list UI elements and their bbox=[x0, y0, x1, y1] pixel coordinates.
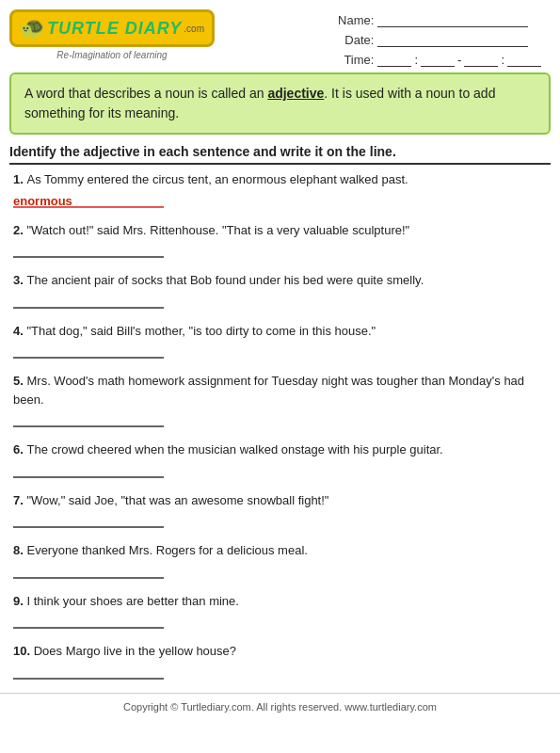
question-number-6: 6. bbox=[13, 442, 26, 457]
date-line[interactable] bbox=[377, 34, 528, 47]
question-text-5: 5. Mrs. Wood's math homework assignment … bbox=[13, 372, 547, 409]
question-number-5: 5. bbox=[13, 374, 26, 388]
question-8: 8. Everyone thanked Mrs. Rogers for a de… bbox=[13, 541, 547, 579]
answer-line-9[interactable] bbox=[13, 614, 164, 629]
time-row: Time: : - : bbox=[336, 53, 541, 67]
answer-line-2[interactable] bbox=[13, 243, 164, 258]
logo-area: 🐢 TURTLE DIARY .com Re-Imagination of le… bbox=[9, 9, 215, 60]
answer-line-10[interactable] bbox=[13, 665, 164, 680]
date-label: Date: bbox=[336, 33, 374, 47]
question-text-7: 7. "Wow," said Joe, "that was an awesome… bbox=[13, 491, 547, 510]
header: 🐢 TURTLE DIARY .com Re-Imagination of le… bbox=[0, 0, 560, 72]
definition-box: A word that describes a noun is called a… bbox=[9, 72, 551, 135]
instructions: Identify the adjective in each sentence … bbox=[9, 144, 551, 165]
question-text-8: 8. Everyone thanked Mrs. Rogers for a de… bbox=[13, 541, 547, 560]
question-1: 1. As Tommy entered the circus tent, an … bbox=[13, 170, 547, 208]
time-label: Time: bbox=[336, 53, 374, 67]
question-number-8: 8. bbox=[13, 543, 26, 557]
answer-line-8[interactable] bbox=[13, 564, 164, 579]
question-9: 9. I think your shoes are better than mi… bbox=[13, 592, 547, 630]
answer-line-7[interactable] bbox=[13, 513, 164, 528]
footer: Copyright © Turtlediary.com. All rights … bbox=[0, 693, 560, 720]
turtle-icon: 🐢 bbox=[20, 16, 45, 40]
question-text-2: 2. "Watch out!" said Mrs. Rittenhouse. "… bbox=[13, 221, 547, 240]
answer-line-4[interactable] bbox=[13, 344, 164, 359]
question-number-3: 3. bbox=[13, 273, 26, 287]
question-text-1: 1. As Tommy entered the circus tent, an … bbox=[13, 170, 547, 189]
answer-line-5[interactable] bbox=[13, 412, 164, 427]
name-line[interactable] bbox=[377, 14, 528, 27]
logo-text: TURTLE DIARY bbox=[47, 19, 182, 39]
definition-text-before: A word that describes a noun is called a… bbox=[24, 86, 267, 101]
answer-line-3[interactable] bbox=[13, 294, 164, 309]
time-line-3[interactable] bbox=[464, 54, 498, 67]
logo-com: .com bbox=[184, 24, 204, 34]
time-line-1[interactable] bbox=[377, 54, 411, 67]
question-4: 4. "That dog," said Bill's mother, "is t… bbox=[13, 322, 547, 360]
question-text-3: 3. The ancient pair of socks that Bob fo… bbox=[13, 271, 547, 290]
name-label: Name: bbox=[336, 13, 374, 27]
form-fields: Name: Date: Time: : - : bbox=[336, 9, 541, 67]
time-line-4[interactable] bbox=[507, 54, 541, 67]
questions-container: 1. As Tommy entered the circus tent, an … bbox=[0, 170, 560, 680]
time-line-2[interactable] bbox=[421, 54, 455, 67]
logo-box: 🐢 TURTLE DIARY .com bbox=[9, 9, 215, 47]
time-fields: : - : bbox=[377, 53, 541, 67]
logo-tagline: Re-Imagination of learning bbox=[56, 50, 167, 60]
question-5: 5. Mrs. Wood's math homework assignment … bbox=[13, 372, 547, 427]
answer-line-6[interactable] bbox=[13, 463, 164, 478]
question-text-9: 9. I think your shoes are better than mi… bbox=[13, 592, 547, 611]
answer-text-1: enormous bbox=[13, 194, 72, 208]
question-10: 10. Does Margo live in the yellow house? bbox=[13, 642, 547, 680]
question-3: 3. The ancient pair of socks that Bob fo… bbox=[13, 271, 547, 309]
question-2: 2. "Watch out!" said Mrs. Rittenhouse. "… bbox=[13, 221, 547, 259]
question-6: 6. The crowd cheered when the musician w… bbox=[13, 441, 547, 478]
question-number-2: 2. bbox=[13, 223, 26, 237]
question-7: 7. "Wow," said Joe, "that was an awesome… bbox=[13, 491, 547, 529]
question-number-9: 9. bbox=[13, 594, 26, 608]
date-row: Date: bbox=[336, 33, 541, 47]
definition-keyword: adjective bbox=[267, 86, 324, 101]
question-number-4: 4. bbox=[13, 324, 26, 338]
question-text-4: 4. "That dog," said Bill's mother, "is t… bbox=[13, 322, 547, 341]
question-text-6: 6. The crowd cheered when the musician w… bbox=[13, 441, 547, 459]
name-row: Name: bbox=[336, 13, 541, 27]
question-number-10: 10. bbox=[13, 644, 34, 658]
question-number-7: 7. bbox=[13, 493, 26, 507]
question-number-1: 1. bbox=[13, 172, 26, 186]
question-text-10: 10. Does Margo live in the yellow house? bbox=[13, 642, 547, 661]
answer-line-1[interactable]: enormous bbox=[13, 193, 164, 208]
